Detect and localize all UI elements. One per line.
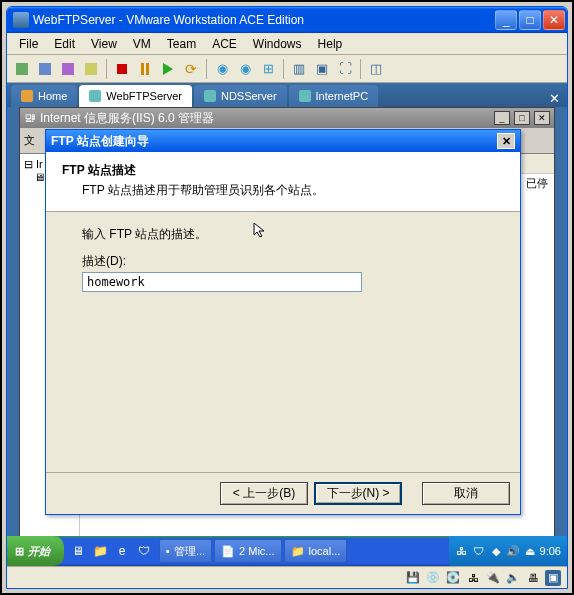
toolbar-snapshot-icon[interactable] [34,58,56,80]
vmware-titlebar: WebFTPServer - VMware Workstation ACE Ed… [7,7,567,33]
task-local[interactable]: 📁local... [284,539,348,563]
next-button[interactable]: 下一步(N) > [314,482,402,505]
tab-internetpc[interactable]: InternetPC [289,85,379,107]
menu-view[interactable]: View [83,35,125,53]
windows-logo-icon: ⊞ [15,545,24,558]
menu-help[interactable]: Help [310,35,351,53]
vm-icon [204,90,216,102]
toolbar-revert-icon[interactable] [57,58,79,80]
description-label: 描述(D): [82,253,484,270]
window-title: WebFTPServer - VMware Workstation ACE Ed… [33,13,495,27]
toolbar-pause-button[interactable] [134,58,156,80]
iis-icon: 🖳 [24,111,36,125]
status-printer-icon[interactable]: 🖶 [525,570,541,586]
cancel-button[interactable]: 取消 [422,482,510,505]
tray-network-icon[interactable]: 🖧 [455,544,469,558]
wizard-header-sub: FTP 站点描述用于帮助管理员识别各个站点。 [82,182,504,199]
status-sound-icon[interactable]: 🔈 [505,570,521,586]
vmware-statusbar: 💾 💿 💽 🖧 🔌 🔈 🖶 ▣ [7,566,567,588]
iis-title-text: Internet 信息服务(IIS) 6.0 管理器 [40,110,214,127]
quicklaunch-ie-icon[interactable]: e [112,540,132,562]
tray-vmware-icon[interactable]: ◆ [489,544,503,558]
toolbar-unity-icon[interactable]: ◫ [365,58,387,80]
status-net-icon[interactable]: 🖧 [465,570,481,586]
maximize-button[interactable]: □ [519,10,541,30]
task-microsoft[interactable]: 📄2 Mic... [214,539,281,563]
menu-file[interactable]: File [11,35,46,53]
description-input[interactable] [82,272,362,292]
status-cd-icon[interactable]: 💿 [425,570,441,586]
toolbar-poweron-icon[interactable] [11,58,33,80]
vm-tabbar: Home WebFTPServer NDSServer InternetPC ✕ [7,83,567,107]
status-usb-icon[interactable]: 🔌 [485,570,501,586]
toolbar-snapshot-manager-icon[interactable]: ⊞ [257,58,279,80]
menu-edit[interactable]: Edit [46,35,83,53]
tab-ndsserver[interactable]: NDSServer [194,85,287,107]
tab-home[interactable]: Home [11,85,77,107]
system-tray: 🖧 🛡 ◆ 🔊 ⏏ 9:06 [449,536,567,566]
tray-shield-icon[interactable]: 🛡 [472,544,486,558]
vmware-toolbar: ⟳ ◉ ◉ ⊞ ▥ ▣ ⛶ ◫ [7,55,567,83]
toolbar-manage-icon[interactable] [80,58,102,80]
menu-team[interactable]: Team [159,35,204,53]
guest-taskbar: ⊞ 开始 🖥 📁 e 🛡 ▪管理... 📄2 Mic... 📁local... … [7,536,567,566]
tray-usb-icon[interactable]: ⏏ [523,544,537,558]
toolbar-play-button[interactable] [157,58,179,80]
vmware-menubar: File Edit View VM Team ACE Windows Help [7,33,567,55]
close-button[interactable]: ✕ [543,10,565,30]
toolbar-fullscreen-icon[interactable]: ⛶ [334,58,356,80]
toolbar-reset-button[interactable]: ⟳ [180,58,202,80]
vm-icon [299,90,311,102]
wizard-header-title: FTP 站点描述 [62,162,504,179]
wizard-close-button[interactable]: ✕ [497,133,515,149]
toolbar-sidebar-icon[interactable]: ▥ [288,58,310,80]
iis-maximize-button[interactable]: □ [514,111,530,125]
menu-vm[interactable]: VM [125,35,159,53]
iis-close-button[interactable]: ✕ [534,111,550,125]
toolbar-stop-button[interactable] [111,58,133,80]
toolbar-snapshot-take-icon[interactable]: ◉ [211,58,233,80]
status-hdd-icon[interactable]: 💾 [405,570,421,586]
minimize-button[interactable]: _ [495,10,517,30]
menu-ace[interactable]: ACE [204,35,245,53]
vm-icon [89,90,101,102]
tray-volume-icon[interactable]: 🔊 [506,544,520,558]
status-floppy-icon[interactable]: 💽 [445,570,461,586]
task-management[interactable]: ▪管理... [159,539,212,563]
wizard-prompt: 输入 FTP 站点的描述。 [82,226,484,243]
quicklaunch-explorer-icon[interactable]: 📁 [90,540,110,562]
wizard-title: FTP 站点创建向导 [51,133,149,150]
tray-clock[interactable]: 9:06 [540,545,561,557]
quicklaunch-security-icon[interactable]: 🛡 [134,540,154,562]
iis-minimize-button[interactable]: _ [494,111,510,125]
toolbar-snapshot-revert-icon[interactable]: ◉ [234,58,256,80]
status-monitor-icon[interactable]: ▣ [545,570,561,586]
back-button[interactable]: < 上一步(B) [220,482,308,505]
vmware-icon [13,12,29,28]
toolbar-console-icon[interactable]: ▣ [311,58,333,80]
menu-windows[interactable]: Windows [245,35,310,53]
tab-webftpserver[interactable]: WebFTPServer [79,85,192,107]
guest-display[interactable]: 🖳 Internet 信息服务(IIS) 6.0 管理器 _ □ ✕ 文 🖿 ⊟… [7,107,567,566]
ftp-wizard-dialog: FTP 站点创建向导 ✕ FTP 站点描述 FTP 站点描述用于帮助管理员识别各… [45,129,521,515]
start-button[interactable]: ⊞ 开始 [7,536,64,566]
quicklaunch-desktop-icon[interactable]: 🖥 [68,540,88,562]
home-icon [21,90,33,102]
tab-close-button[interactable]: ✕ [545,89,563,107]
